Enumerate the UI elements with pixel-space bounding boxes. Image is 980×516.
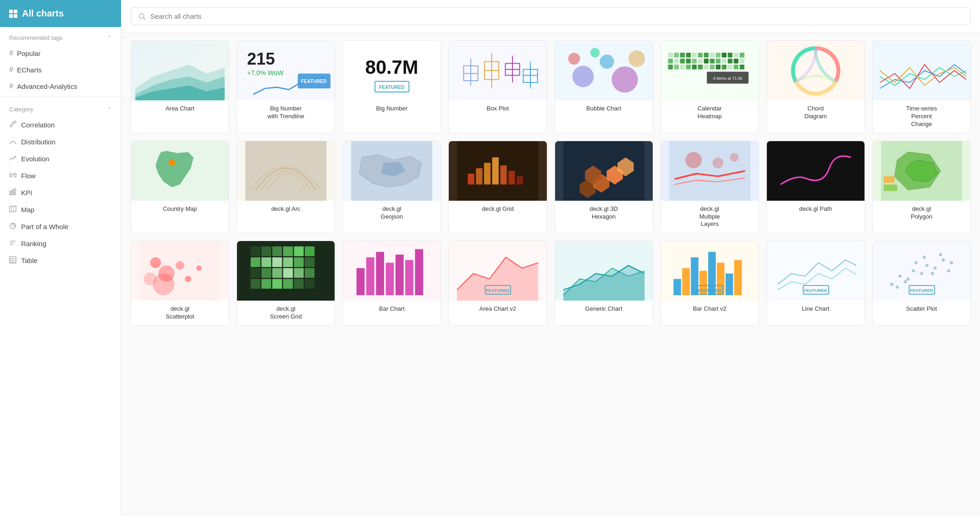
chart-label: deck.glPolygon [873,201,970,225]
chart-card-line-chart[interactable]: FEATURED Line Chart [766,241,865,326]
chart-card-time-series[interactable]: Time-seriesPercentChange [872,40,971,133]
svg-rect-100 [509,171,515,185]
chart-card-bubble-chart[interactable]: Bubble Chart [555,40,653,133]
search-bar[interactable] [131,7,971,25]
chart-card-deckgl-multiple[interactable]: deck.glMultipleLayers [661,141,759,234]
chart-card-scatter-plot[interactable]: FEATURED Scatter Plot [872,241,971,326]
all-charts-button[interactable]: All charts [0,0,121,27]
chart-card-area-chart[interactable]: Area Chart [131,40,229,133]
svg-rect-62 [668,59,672,63]
svg-point-174 [906,278,909,281]
chart-card-generic-chart[interactable]: Generic Chart [555,241,653,326]
svg-point-110 [712,157,723,168]
sidebar-item-kpi[interactable]: KPI [0,184,121,201]
svg-rect-117 [884,176,895,182]
sidebar-item-evolution[interactable]: Evolution [0,150,121,167]
sidebar-item-map[interactable]: Map [0,201,121,218]
svg-rect-152 [366,258,374,296]
svg-point-172 [890,283,893,286]
chart-label: deck.gl Arc [237,201,335,218]
svg-line-3 [12,124,12,126]
chart-label: deck.glGeojson [343,201,440,225]
category-label: Map [21,206,34,214]
svg-rect-135 [272,258,282,267]
chart-thumbnail [767,41,864,100]
svg-rect-73 [733,59,738,63]
chart-thumbnail: 80.7M FEATURED [343,41,440,100]
category-label: Flow [21,172,36,180]
chart-card-deckgl-geojson[interactable]: deck.glGeojson [342,141,441,234]
chart-thumbnail [555,41,653,100]
chart-thumbnail: FEATURED [449,241,546,301]
svg-rect-50 [674,53,678,57]
svg-text:FEATURED: FEATURED [379,85,405,90]
svg-rect-146 [262,279,271,289]
svg-rect-131 [294,247,303,256]
sidebar-item-correlation[interactable]: Correlation [0,116,121,133]
svg-rect-56 [710,53,714,57]
svg-rect-9 [14,189,16,195]
svg-rect-83 [716,65,720,69]
hash-icon: # [9,49,13,57]
sidebar-item-ranking[interactable]: Ranking [0,235,121,252]
svg-rect-63 [674,59,678,63]
svg-point-181 [896,285,899,289]
svg-point-43 [572,66,594,88]
sidebar-item-flow[interactable]: Flow [0,167,121,184]
chart-card-calendar-heatmap[interactable]: 4 items at 71.5k CalendarHeatmap [661,40,759,133]
sidebar-item-distribution[interactable]: Distribution [0,133,121,150]
svg-rect-82 [710,65,714,69]
chart-label: ChordDiagram [767,100,864,125]
chart-label: Box Plot [449,100,546,117]
sidebar-item-advanced-analytics[interactable]: # Advanced-Analytics [0,78,121,94]
chart-thumbnail: FEATURED [661,241,759,301]
sidebar-item-part-of-whole[interactable]: Part of a Whole [0,218,121,235]
svg-rect-72 [727,59,732,63]
chart-label: Scatter Plot [873,301,970,318]
svg-rect-130 [283,247,293,256]
sidebar-item-echarts[interactable]: # ECharts [0,61,121,78]
svg-rect-101 [517,176,523,184]
svg-rect-69 [710,59,714,63]
chart-thumbnail [449,41,546,100]
chart-card-deckgl-screengrid[interactable]: deck.glScreen Grid [237,241,335,326]
chart-card-box-plot[interactable]: Box Plot [448,40,547,133]
svg-rect-136 [283,258,293,267]
chart-thumbnail [131,41,229,100]
svg-rect-66 [692,59,696,63]
chart-card-area-chart-v2[interactable]: FEATURED Area Chart v2 [448,241,547,326]
svg-rect-97 [484,163,490,184]
svg-rect-112 [775,141,856,201]
chart-card-deckgl-arc[interactable]: deck.gl Arc [237,141,335,234]
chart-card-bar-chart[interactable]: Bar Chart [342,241,441,326]
svg-point-91 [169,159,175,166]
chart-card-deckgl-scatterplot[interactable]: deck.glScatterplot [131,241,229,326]
chart-card-deckgl-path[interactable]: deck.gl Path [766,141,865,234]
svg-rect-52 [686,53,690,57]
chart-card-deckgl-3d[interactable]: deck.gl 3DHexagon [555,141,653,234]
chart-card-country-map[interactable]: Country Map [131,141,229,234]
category-label: KPI [21,189,32,197]
svg-rect-148 [283,279,293,289]
kpi-icon [9,188,17,197]
chart-thumbnail [555,241,653,301]
search-input[interactable] [150,12,963,20]
chart-card-chord-diagram[interactable]: ChordDiagram [766,40,865,133]
sidebar: All charts Recommended tags ⌃ # Popular … [0,0,121,516]
svg-point-44 [600,55,614,69]
chart-card-big-number-trendline[interactable]: 215 +7.0% WoW FEATURED Big Numberwith Tr… [237,40,335,133]
svg-point-109 [685,152,701,168]
chart-label: Bar Chart v2 [661,301,759,318]
sidebar-item-popular[interactable]: # Popular [0,45,121,61]
sidebar-item-table[interactable]: Table [0,252,121,269]
chart-card-big-number[interactable]: 80.7M FEATURED Big Number [342,40,441,133]
svg-rect-53 [692,53,696,57]
chart-card-bar-chart-v2[interactable]: FEATURED Bar Chart v2 [661,241,759,326]
svg-rect-142 [283,268,293,278]
correlation-icon [9,121,17,129]
chart-card-deckgl-grid[interactable]: deck.gl Grid [448,141,547,234]
svg-rect-95 [468,174,474,185]
svg-rect-108 [669,141,750,201]
chart-card-deckgl-polygon[interactable]: deck.glPolygon [872,141,971,234]
svg-rect-118 [139,241,220,301]
